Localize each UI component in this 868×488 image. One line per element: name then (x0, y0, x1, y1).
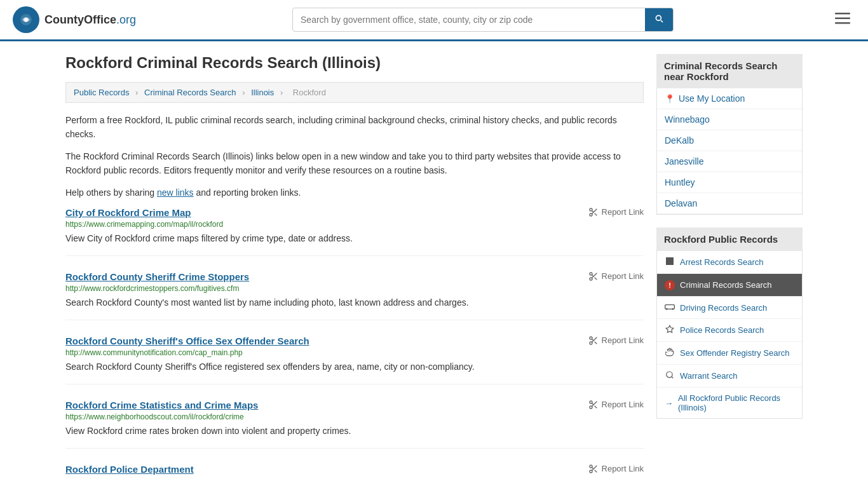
logo-text: CountyOffice.org (44, 13, 136, 27)
all-records-link[interactable]: → All Rockford Public Records (Illinois) (657, 388, 802, 418)
svg-point-11 (590, 273, 592, 275)
result-header: Rockford Crime Statistics and Crime Maps… (65, 400, 644, 410)
result-header: City of Rockford Crime Map Report Link (65, 207, 644, 218)
results-list: City of Rockford Crime Map Report Link h… (65, 207, 644, 485)
svg-line-20 (592, 339, 593, 341)
svg-line-9 (594, 214, 597, 216)
svg-point-26 (590, 465, 592, 468)
svg-point-36 (667, 372, 672, 377)
breadcrumb: Public Records › Criminal Records Search… (65, 82, 644, 103)
svg-rect-3 (835, 13, 850, 15)
result-title[interactable]: City of Rockford Crime Map (65, 207, 191, 218)
result-desc: Search Rockford County Sheriff's Office … (65, 360, 644, 374)
search-button[interactable] (645, 8, 673, 31)
svg-rect-4 (835, 18, 850, 20)
all-records-item: → All Rockford Public Records (Illinois) (657, 388, 802, 418)
records-list-item: Warrant Search (657, 365, 802, 388)
result-title[interactable]: Rockford County Sheriff's Office Sex Off… (65, 336, 309, 346)
result-desc: View Rockford crime rates broken down in… (65, 424, 644, 438)
svg-point-27 (590, 470, 592, 473)
result-desc: View City of Rockford crime maps filtere… (65, 232, 644, 245)
records-list-item: Sex Offender Registry Search (657, 342, 802, 365)
svg-line-25 (592, 403, 593, 405)
svg-point-7 (590, 214, 592, 216)
records-list: Arrest Records Search ! Criminal Records… (656, 251, 803, 419)
svg-line-15 (592, 274, 593, 276)
records-list-item: Driving Records Search (657, 297, 802, 319)
result-item: City of Rockford Crime Map Report Link h… (65, 207, 644, 256)
main-container: Rockford Criminal Records Search (Illino… (53, 41, 815, 488)
records-link-3[interactable]: Police Records Search (657, 319, 802, 341)
nearby-delavan: Delavan (657, 193, 802, 214)
svg-line-29 (594, 470, 597, 473)
report-link[interactable]: Report Link (588, 271, 644, 281)
use-location-link[interactable]: 📍 Use My Location (657, 88, 802, 109)
nearby-janesville: Janesville (657, 151, 802, 172)
records-label: Criminal Records Search (680, 280, 772, 290)
report-link[interactable]: Report Link (588, 464, 644, 474)
svg-line-24 (594, 406, 597, 409)
svg-line-14 (594, 278, 597, 280)
records-list-item: Arrest Records Search (657, 251, 802, 274)
nearby-title: Criminal Records Search near Rockford (656, 54, 803, 88)
svg-line-30 (592, 467, 593, 469)
desc-para2: The Rockford Criminal Records Search (Il… (65, 149, 644, 178)
rec-icon-2 (665, 302, 675, 313)
search-input[interactable] (293, 10, 645, 30)
result-header: Rockford County Sheriff Crime Stoppers R… (65, 271, 644, 282)
svg-point-16 (590, 337, 592, 339)
report-link[interactable]: Report Link (588, 207, 644, 217)
svg-point-2 (24, 18, 28, 22)
result-title[interactable]: Rockford County Sheriff Crime Stoppers (65, 271, 249, 282)
public-records-section: Rockford Public Records Arrest Records S… (656, 227, 803, 419)
svg-point-33 (666, 308, 668, 310)
page-title: Rockford Criminal Records Search (Illino… (65, 54, 644, 72)
svg-point-12 (590, 278, 592, 280)
records-link-2[interactable]: Driving Records Search (657, 297, 802, 318)
records-label: Arrest Records Search (680, 257, 764, 267)
result-url: https://www.neighborhoodscout.com/il/roc… (65, 412, 644, 421)
breadcrumb-criminal-records[interactable]: Criminal Records Search (144, 88, 236, 97)
records-list-item: ! Criminal Records Search (657, 274, 802, 297)
location-pin-icon: 📍 (665, 94, 675, 104)
svg-line-19 (594, 342, 597, 344)
nearby-dekalb: DeKalb (657, 130, 802, 151)
rec-icon-1: ! (665, 280, 675, 290)
result-desc: Search Rockford County's most wanted lis… (65, 296, 644, 309)
breadcrumb-illinois[interactable]: Illinois (251, 88, 274, 97)
records-label: Warrant Search (680, 371, 738, 381)
content-area: Rockford Criminal Records Search (Illino… (65, 54, 644, 488)
result-header: Rockford Police Department Report Link (65, 464, 644, 475)
logo-icon (13, 6, 39, 33)
desc-para1: Perform a free Rockford, IL public crimi… (65, 113, 644, 142)
new-links-link[interactable]: new links (157, 187, 194, 198)
result-title[interactable]: Rockford Crime Statistics and Crime Maps (65, 400, 258, 410)
svg-line-10 (592, 210, 593, 212)
records-link-5[interactable]: Warrant Search (657, 365, 802, 387)
svg-point-22 (590, 406, 592, 409)
result-title[interactable]: Rockford Police Department (65, 464, 194, 475)
svg-point-21 (590, 401, 592, 403)
rec-icon-0 (665, 257, 675, 268)
records-list-item: Police Records Search (657, 319, 802, 342)
svg-point-17 (590, 342, 592, 344)
result-header: Rockford County Sheriff's Office Sex Off… (65, 336, 644, 346)
records-link-1[interactable]: ! Criminal Records Search (657, 274, 802, 296)
menu-button[interactable] (830, 9, 855, 30)
svg-rect-5 (835, 22, 850, 24)
records-label: Sex Offender Registry Search (680, 348, 789, 358)
logo-area: CountyOffice.org (13, 6, 136, 33)
result-item: Rockford Crime Statistics and Crime Maps… (65, 400, 644, 449)
records-link-4[interactable]: Sex Offender Registry Search (657, 342, 802, 364)
all-records-label: All Rockford Public Records (Illinois) (678, 393, 794, 412)
report-link[interactable]: Report Link (588, 336, 644, 346)
search-bar (292, 8, 674, 32)
records-link-0[interactable]: Arrest Records Search (657, 251, 802, 273)
report-link[interactable]: Report Link (588, 400, 644, 410)
result-url: http://www.communitynotification.com/cap… (65, 348, 644, 357)
nearby-winnebago: Winnebago (657, 109, 802, 130)
svg-point-6 (590, 208, 592, 211)
svg-point-34 (672, 308, 674, 310)
breadcrumb-public-records[interactable]: Public Records (74, 88, 129, 97)
nearby-list: 📍 Use My Location Winnebago DeKalb Janes… (656, 88, 803, 215)
